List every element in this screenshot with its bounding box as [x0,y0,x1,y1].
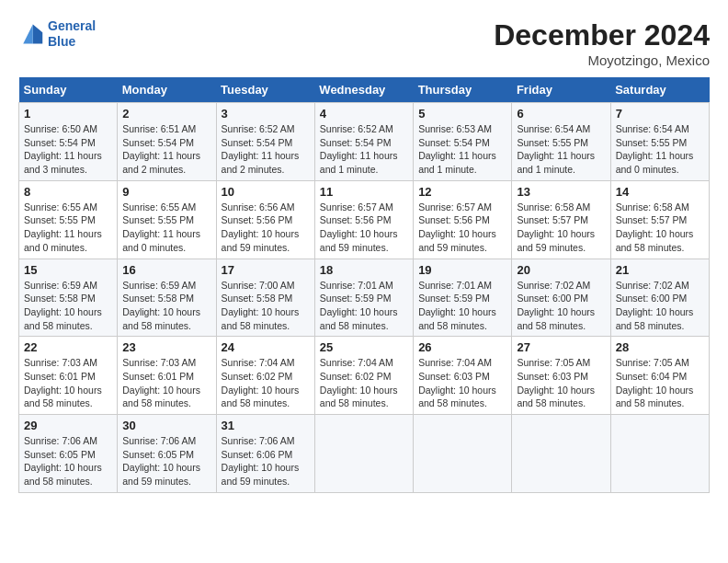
weekday-header-thursday: Thursday [414,77,512,103]
day-info: Sunrise: 6:55 AM Sunset: 5:55 PM Dayligh… [122,201,210,255]
weekday-header-tuesday: Tuesday [216,77,314,103]
day-number: 14 [616,185,704,199]
day-number: 26 [418,340,506,354]
day-number: 22 [24,340,112,354]
logo-icon [18,21,44,47]
calendar-header: SundayMondayTuesdayWednesdayThursdayFrid… [19,77,710,103]
day-info: Sunrise: 6:50 AM Sunset: 5:54 PM Dayligh… [24,122,112,177]
day-info: Sunrise: 7:00 AM Sunset: 5:58 PM Dayligh… [222,279,310,333]
day-number: 23 [122,340,210,354]
weekday-header-monday: Monday [118,77,216,103]
day-cell: 21 Sunrise: 7:02 AM Sunset: 6:00 PM Dayl… [610,259,709,337]
day-cell: 16 Sunrise: 6:59 AM Sunset: 5:58 PM Dayl… [118,259,216,337]
day-number: 30 [122,419,210,432]
day-info: Sunrise: 7:03 AM Sunset: 6:01 PM Dayligh… [122,356,210,410]
day-number: 21 [616,263,704,277]
day-info: Sunrise: 7:03 AM Sunset: 6:01 PM Dayligh… [24,356,112,410]
day-number: 5 [418,107,506,121]
location: Moyotzingo, Mexico [494,52,710,68]
logo: General Blue [18,18,96,50]
day-info: Sunrise: 6:52 AM Sunset: 5:54 PM Dayligh… [222,122,310,177]
day-number: 15 [24,263,112,277]
day-cell: 27 Sunrise: 7:05 AM Sunset: 6:03 PM Dayl… [512,337,610,415]
weekday-row: SundayMondayTuesdayWednesdayThursdayFrid… [19,77,710,103]
svg-marker-2 [23,24,33,43]
day-number: 24 [222,340,310,354]
day-number: 29 [24,419,112,432]
week-row-4: 22 Sunrise: 7:03 AM Sunset: 6:01 PM Dayl… [19,337,710,415]
day-info: Sunrise: 6:59 AM Sunset: 5:58 PM Dayligh… [24,279,112,333]
day-cell: 28 Sunrise: 7:05 AM Sunset: 6:04 PM Dayl… [610,337,709,415]
day-cell: 20 Sunrise: 7:02 AM Sunset: 6:00 PM Dayl… [512,259,610,337]
day-cell: 19 Sunrise: 7:01 AM Sunset: 5:59 PM Dayl… [414,259,512,337]
day-number: 28 [616,340,704,354]
day-cell: 25 Sunrise: 7:04 AM Sunset: 6:02 PM Dayl… [314,337,413,415]
day-cell: 22 Sunrise: 7:03 AM Sunset: 6:01 PM Dayl… [19,337,118,415]
day-cell: 7 Sunrise: 6:54 AM Sunset: 5:55 PM Dayli… [610,103,709,181]
weekday-header-wednesday: Wednesday [314,77,413,103]
day-cell: 17 Sunrise: 7:00 AM Sunset: 5:58 PM Dayl… [216,259,314,337]
day-number: 18 [320,263,408,277]
day-info: Sunrise: 6:59 AM Sunset: 5:58 PM Dayligh… [122,279,210,333]
day-cell: 24 Sunrise: 7:04 AM Sunset: 6:02 PM Dayl… [216,337,314,415]
svg-marker-1 [33,24,43,43]
day-info: Sunrise: 7:02 AM Sunset: 6:00 PM Dayligh… [616,279,704,333]
day-info: Sunrise: 7:04 AM Sunset: 6:02 PM Dayligh… [320,356,408,410]
weekday-header-friday: Friday [512,77,610,103]
day-cell [512,415,610,493]
day-cell: 10 Sunrise: 6:56 AM Sunset: 5:56 PM Dayl… [216,180,314,259]
logo-line2: Blue [48,34,75,49]
day-number: 19 [418,263,506,277]
day-cell: 6 Sunrise: 6:54 AM Sunset: 5:55 PM Dayli… [512,103,610,181]
week-row-1: 1 Sunrise: 6:50 AM Sunset: 5:54 PM Dayli… [19,103,710,181]
day-number: 25 [320,340,408,354]
day-info: Sunrise: 7:06 AM Sunset: 6:05 PM Dayligh… [122,434,210,488]
day-info: Sunrise: 6:56 AM Sunset: 5:56 PM Dayligh… [222,201,310,255]
day-cell: 1 Sunrise: 6:50 AM Sunset: 5:54 PM Dayli… [19,103,118,181]
day-number: 11 [320,185,408,199]
day-number: 16 [122,263,210,277]
day-info: Sunrise: 7:01 AM Sunset: 5:59 PM Dayligh… [320,279,408,333]
day-number: 9 [122,185,210,199]
day-info: Sunrise: 7:06 AM Sunset: 6:05 PM Dayligh… [24,434,112,488]
day-number: 2 [122,107,210,121]
day-info: Sunrise: 6:57 AM Sunset: 5:56 PM Dayligh… [418,201,506,255]
day-cell: 3 Sunrise: 6:52 AM Sunset: 5:54 PM Dayli… [216,103,314,181]
day-cell [610,415,709,493]
weekday-header-saturday: Saturday [610,77,709,103]
day-cell: 4 Sunrise: 6:52 AM Sunset: 5:54 PM Dayli… [314,103,413,181]
day-info: Sunrise: 7:04 AM Sunset: 6:02 PM Dayligh… [222,356,310,410]
day-cell: 13 Sunrise: 6:58 AM Sunset: 5:57 PM Dayl… [512,180,610,259]
day-number: 31 [222,419,310,432]
day-number: 27 [517,340,605,354]
calendar-body: 1 Sunrise: 6:50 AM Sunset: 5:54 PM Dayli… [19,103,710,493]
day-cell: 2 Sunrise: 6:51 AM Sunset: 5:54 PM Dayli… [118,103,216,181]
day-cell: 14 Sunrise: 6:58 AM Sunset: 5:57 PM Dayl… [610,180,709,259]
day-info: Sunrise: 6:54 AM Sunset: 5:55 PM Dayligh… [616,122,704,177]
week-row-5: 29 Sunrise: 7:06 AM Sunset: 6:05 PM Dayl… [19,415,710,493]
day-cell: 5 Sunrise: 6:53 AM Sunset: 5:54 PM Dayli… [414,103,512,181]
title-block: December 2024 Moyotzingo, Mexico [494,18,710,68]
day-number: 8 [24,185,112,199]
day-number: 17 [222,263,310,277]
calendar-table: SundayMondayTuesdayWednesdayThursdayFrid… [18,77,710,493]
day-info: Sunrise: 6:58 AM Sunset: 5:57 PM Dayligh… [517,201,605,255]
day-cell [414,415,512,493]
day-info: Sunrise: 7:05 AM Sunset: 6:03 PM Dayligh… [517,356,605,410]
day-cell [314,415,413,493]
week-row-2: 8 Sunrise: 6:55 AM Sunset: 5:55 PM Dayli… [19,180,710,259]
day-info: Sunrise: 7:02 AM Sunset: 6:00 PM Dayligh… [517,279,605,333]
day-info: Sunrise: 6:52 AM Sunset: 5:54 PM Dayligh… [320,122,408,177]
day-info: Sunrise: 7:05 AM Sunset: 6:04 PM Dayligh… [616,356,704,410]
day-cell: 11 Sunrise: 6:57 AM Sunset: 5:56 PM Dayl… [314,180,413,259]
day-cell: 8 Sunrise: 6:55 AM Sunset: 5:55 PM Dayli… [19,180,118,259]
day-info: Sunrise: 6:58 AM Sunset: 5:57 PM Dayligh… [616,201,704,255]
day-info: Sunrise: 6:57 AM Sunset: 5:56 PM Dayligh… [320,201,408,255]
month-title: December 2024 [494,18,710,52]
day-number: 13 [517,185,605,199]
day-info: Sunrise: 7:06 AM Sunset: 6:06 PM Dayligh… [222,434,310,488]
day-info: Sunrise: 7:04 AM Sunset: 6:03 PM Dayligh… [418,356,506,410]
weekday-header-sunday: Sunday [19,77,118,103]
week-row-3: 15 Sunrise: 6:59 AM Sunset: 5:58 PM Dayl… [19,259,710,337]
day-cell: 31 Sunrise: 7:06 AM Sunset: 6:06 PM Dayl… [216,415,314,493]
